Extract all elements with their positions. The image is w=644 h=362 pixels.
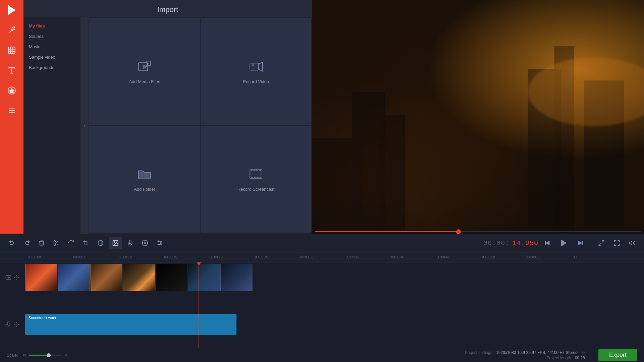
expand-button[interactable] (610, 237, 623, 249)
sidebar-item-music[interactable]: Music (23, 42, 80, 52)
audio-clip-label: Soundtrack.wma (29, 316, 56, 320)
add-media-files-button[interactable]: ♪ Add Media Files (89, 18, 200, 125)
settings-button[interactable] (138, 237, 152, 249)
audio-button[interactable] (123, 237, 137, 249)
separator (591, 238, 591, 248)
sidebar-item-sounds[interactable]: Sounds (23, 31, 80, 42)
add-media-label: Add Media Files (129, 79, 160, 85)
preview-panel (312, 0, 644, 234)
svg-point-43 (158, 241, 159, 242)
svg-line-52 (599, 244, 601, 246)
preview-video (312, 0, 644, 230)
record-video-label: Record Video (243, 79, 269, 85)
svg-point-56 (16, 277, 17, 278)
export-button[interactable]: Export (598, 349, 637, 361)
adjust-button[interactable] (153, 237, 166, 249)
import-title: Import (23, 0, 312, 17)
svg-marker-49 (578, 241, 583, 245)
audio-track-control (0, 311, 25, 338)
import-sidebar: My files Sounds Music Sample video Backg… (23, 17, 80, 234)
scale-slider[interactable] (29, 355, 62, 356)
svg-point-19 (252, 64, 254, 66)
track-controls (0, 262, 25, 348)
ruler-mark-40: 00:00:40 (390, 255, 435, 259)
left-sidebar (0, 0, 23, 234)
sidebar-item-backgrounds[interactable]: Backgrounds (23, 62, 80, 73)
delete-button[interactable] (35, 237, 48, 249)
play-button[interactable] (556, 236, 571, 250)
image-button[interactable] (109, 237, 122, 249)
clip-3[interactable] (90, 264, 122, 291)
ruler-mark-35: 00:00:35 (345, 255, 390, 259)
rotate-button[interactable] (64, 237, 78, 249)
cut-button[interactable] (50, 237, 63, 249)
clip-2[interactable] (58, 264, 90, 291)
undo-button[interactable] (5, 237, 19, 249)
timeline-tracks: Soundtrack.wma let d = ''; for(let i=0;i… (0, 262, 644, 348)
redo-button[interactable] (20, 237, 34, 249)
ruler-mark-30: 00:00:30 (299, 255, 344, 259)
scale-thumb[interactable] (47, 353, 51, 357)
gap-track-control (0, 293, 25, 311)
project-length-value: 00:28 (575, 356, 585, 360)
gap-track-row (25, 293, 644, 311)
sidebar-item-sample-video[interactable]: Sample video (23, 52, 80, 62)
project-settings-label: Project settings: (465, 350, 493, 355)
collapse-sidebar-button[interactable]: ‹ (80, 17, 89, 234)
scrubber-thumb[interactable] (456, 229, 461, 234)
clip-4[interactable] (123, 264, 155, 291)
bottom-bar: Scale: ⊟ ⊞ Project settings: 644x362 1… (0, 348, 644, 362)
clip-6[interactable] (188, 264, 220, 291)
clip-1[interactable] (25, 264, 57, 291)
clip-7[interactable] (220, 264, 253, 291)
app-logo (0, 0, 23, 20)
svg-point-37 (114, 242, 115, 243)
skip-forward-button[interactable] (574, 237, 587, 249)
svg-rect-1 (8, 5, 9, 15)
ruler-mark-25: 00:00:25 (254, 255, 299, 259)
ruler-mark-0: 00:00:00 (27, 255, 72, 259)
add-folder-button[interactable]: Add Folder (89, 126, 200, 233)
scrubber-track[interactable] (315, 231, 641, 232)
crop-button[interactable] (79, 237, 93, 249)
svg-point-45 (159, 244, 160, 245)
clip-5[interactable] (155, 264, 187, 291)
record-video-button[interactable]: Record Video (201, 18, 311, 125)
toolbar: 00:00:14.950 (0, 234, 644, 252)
svg-line-34 (57, 244, 59, 245)
volume-button[interactable] (626, 237, 639, 249)
svg-marker-9 (9, 88, 14, 94)
scale-fill (29, 355, 49, 356)
svg-point-31 (54, 241, 56, 242)
skip-back-button[interactable] (541, 237, 554, 249)
ruler-mark-45: 00:00:45 (436, 255, 481, 259)
add-folder-label: Add Folder (134, 186, 155, 192)
project-length-row: Project length: 00:28 (546, 356, 585, 360)
tool-clips[interactable] (0, 40, 23, 60)
ruler-mark-20: 00:00:20 (209, 255, 254, 259)
svg-rect-24 (378, 115, 405, 230)
svg-text:♪: ♪ (147, 61, 149, 65)
scale-min-icon: ⊟ (23, 353, 26, 357)
svg-marker-46 (545, 241, 550, 245)
timeline-ruler: 00:00:00 00:00:05 00:00:10 00:00:15 00:0… (0, 252, 644, 262)
timeline-content: Soundtrack.wma let d = ''; for(let i=0;i… (25, 262, 644, 348)
color-button[interactable] (94, 237, 107, 249)
scale-control: ⊟ ⊞ (23, 353, 67, 357)
audio-clip[interactable]: Soundtrack.wma let d = ''; for(let i=0;i… (25, 314, 236, 335)
ruler-mark-50: 00:00:50 (481, 255, 526, 259)
project-info: Project settings: 644x362 16:9 29.97 F… (465, 350, 585, 360)
sidebar-item-my-files[interactable]: My files (23, 21, 80, 31)
fullscreen-button[interactable] (595, 237, 608, 249)
tool-list[interactable] (0, 101, 23, 121)
project-settings-value: 644x362 16:9 29.97 FPS, 44100 Hz Stere… (496, 350, 578, 355)
scale-max-icon: ⊞ (65, 353, 67, 357)
tool-favorites[interactable] (0, 80, 23, 101)
toolbar-right: 00:00:14.950 (483, 236, 639, 250)
preview-scrubber[interactable] (312, 230, 644, 234)
svg-rect-50 (582, 241, 583, 245)
edit-settings-icon[interactable]: ✏ (582, 350, 585, 355)
record-screencast-button[interactable]: Record Screencast (201, 126, 311, 233)
tool-magic-wand[interactable] (0, 20, 23, 40)
tool-text[interactable] (0, 60, 23, 80)
